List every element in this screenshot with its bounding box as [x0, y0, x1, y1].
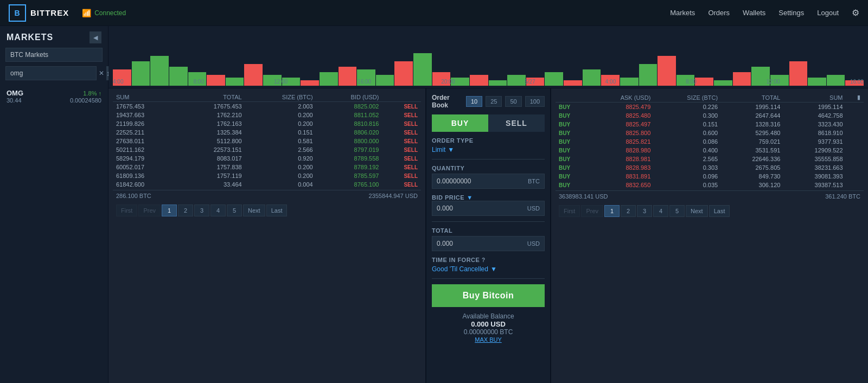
table-row[interactable]: 19437.663 1762.210 0.200 8811.052 SELL — [113, 111, 421, 119]
nav-logout[interactable]: Logout — [817, 9, 839, 17]
ask-indicator — [846, 146, 864, 155]
table-row[interactable]: 22525.211 1325.384 0.151 8806.020 SELL — [113, 128, 421, 137]
asks-page-5[interactable]: 5 — [669, 205, 685, 217]
market-select[interactable]: BTC Markets ETH Markets USDT Markets — [5, 48, 103, 62]
balance-usd: 0.000 USD — [432, 320, 545, 328]
table-row[interactable]: 17675.453 17675.453 2.003 8825.002 SELL — [113, 102, 421, 111]
asks-first-button[interactable]: First — [559, 205, 580, 217]
coin-btc-value: 0.00024580 — [70, 97, 101, 104]
buy-action[interactable]: BUY — [559, 122, 570, 127]
bid-price-input-wrap: USD — [432, 201, 545, 216]
ob-tab-10[interactable]: 10 — [466, 96, 482, 107]
chart-area: 4:00 8:00 12:00 16:00 20:00 5/27 4:00 8:… — [108, 26, 868, 88]
sell-action[interactable]: SELL — [404, 112, 418, 118]
table-row[interactable]: 21199.826 1762.163 0.200 8810.816 SELL — [113, 119, 421, 128]
bids-next-button[interactable]: Next — [243, 205, 265, 216]
ask-size: 0.035 — [654, 181, 721, 189]
ask-size: 0.300 — [654, 111, 721, 120]
connection-status: 📶 Connected — [82, 9, 126, 17]
max-buy-link[interactable]: MAX BUY — [475, 336, 502, 343]
table-row[interactable]: BUY 8828.980 0.400 3531.591 12909.522 — [556, 146, 864, 155]
search-clear-button[interactable]: ✕ — [99, 66, 104, 80]
sell-action[interactable]: SELL — [404, 130, 418, 136]
ask-total: 5295.480 — [721, 129, 783, 137]
table-row[interactable]: BUY 8825.479 0.226 1995.114 1995.114 — [556, 103, 864, 112]
buy-action[interactable]: BUY — [559, 156, 570, 162]
bid-price-input[interactable] — [432, 201, 523, 215]
bids-last-button[interactable]: Last — [266, 205, 288, 216]
search-input[interactable] — [5, 66, 97, 80]
bids-prev-button[interactable]: Prev — [138, 205, 161, 216]
bids-page-2[interactable]: 2 — [178, 205, 193, 216]
table-row[interactable]: BUY 8825.800 0.600 5295.480 8618.910 — [556, 129, 864, 137]
buy-sell-tabs: BUY SELL — [432, 114, 545, 132]
table-row[interactable]: BUY 8825.497 0.151 1328.316 3323.430 — [556, 120, 864, 129]
sell-action[interactable]: SELL — [404, 156, 418, 162]
asks-next-button[interactable]: Next — [686, 205, 708, 217]
table-row[interactable]: 58294.179 8083.017 0.920 8789.558 SELL — [113, 154, 421, 163]
table-row[interactable]: 27638.011 5112.800 0.581 8800.000 SELL — [113, 137, 421, 145]
buy-action[interactable]: BUY — [559, 174, 570, 180]
bids-first-button[interactable]: First — [116, 205, 137, 216]
bid-size: 0.200 — [245, 119, 316, 128]
buy-action[interactable]: BUY — [559, 165, 570, 171]
sell-action[interactable]: SELL — [404, 173, 418, 179]
table-row[interactable]: BUY 8831.891 0.096 849.730 39081.393 — [556, 172, 864, 181]
time-in-force-help-icon[interactable]: ? — [482, 257, 486, 263]
sidebar-item-omg[interactable]: OMG 1.8% ↑ 30.44 0.00024580 — [0, 86, 108, 107]
buy-action[interactable]: BUY — [559, 113, 570, 119]
bids-page-1[interactable]: 1 — [162, 205, 177, 216]
table-row[interactable]: 61809.136 1757.119 0.200 8785.597 SELL — [113, 171, 421, 180]
bid-price-dropdown-icon[interactable]: ▼ — [467, 194, 473, 201]
table-row[interactable]: BUY 8832.650 0.035 306.120 39387.513 — [556, 181, 864, 189]
bids-page-5[interactable]: 5 — [227, 205, 242, 216]
sell-tab[interactable]: SELL — [488, 114, 545, 132]
bids-page-4[interactable]: 4 — [210, 205, 226, 216]
asks-page-2[interactable]: 2 — [621, 205, 636, 217]
buy-action[interactable]: BUY — [559, 130, 570, 136]
bids-page-3[interactable]: 3 — [194, 205, 209, 216]
nav-markets[interactable]: Markets — [670, 9, 695, 17]
buy-tab[interactable]: BUY — [432, 114, 488, 132]
order-book-tabs: Order Book 10 25 50 100 — [432, 94, 545, 109]
sell-action[interactable]: SELL — [404, 147, 418, 153]
buy-action[interactable]: BUY — [559, 182, 570, 188]
nav-orders[interactable]: Orders — [708, 9, 730, 17]
table-row[interactable]: BUY 8828.981 2.565 22646.336 35555.858 — [556, 155, 864, 163]
nav-wallets[interactable]: Wallets — [743, 9, 765, 17]
gear-icon[interactable]: ⚙ — [852, 8, 859, 18]
sell-action[interactable]: SELL — [404, 104, 418, 110]
collapse-sidebar-button[interactable]: ◀ — [90, 31, 101, 43]
table-row[interactable]: 60052.017 1757.838 0.200 8789.192 SELL — [113, 163, 421, 171]
table-row[interactable]: 61842.600 33.464 0.004 8765.100 SELL — [113, 180, 421, 189]
buy-action[interactable]: BUY — [559, 148, 570, 154]
table-row[interactable]: BUY 8828.983 0.303 2675.805 38231.663 — [556, 163, 864, 172]
asks-page-3[interactable]: 3 — [637, 205, 652, 217]
sell-action[interactable]: SELL — [404, 138, 418, 144]
asks-page-1[interactable]: 1 — [604, 205, 620, 217]
buy-action[interactable]: BUY — [559, 139, 570, 145]
asks-last-button[interactable]: Last — [709, 205, 730, 217]
asks-panel: ASK (USD) SIZE (BTC) TOTAL SUM ▮ BUY 882… — [551, 88, 868, 383]
asks-prev-button[interactable]: Prev — [581, 205, 603, 217]
buy-bitcoin-button[interactable]: Buy Bitcoin — [432, 284, 545, 307]
table-row[interactable]: BUY 8825.480 0.300 2647.644 4642.758 — [556, 111, 864, 120]
buy-action[interactable]: BUY — [559, 104, 570, 110]
time-in-force-select[interactable]: Good 'Til Cancelled ▼ — [432, 265, 545, 273]
sell-action[interactable]: SELL — [404, 121, 418, 127]
nav-settings[interactable]: Settings — [778, 9, 804, 17]
ob-tab-50[interactable]: 50 — [505, 96, 521, 107]
logo-icon: B — [9, 4, 26, 22]
sell-action[interactable]: SELL — [404, 182, 418, 188]
total-input[interactable] — [432, 237, 523, 251]
ask-price: 8825.800 — [588, 129, 654, 137]
quantity-input[interactable] — [432, 174, 524, 188]
ob-tab-25[interactable]: 25 — [486, 96, 502, 107]
table-row[interactable]: BUY 8825.821 0.086 759.021 9377.931 — [556, 137, 864, 146]
ob-tab-100[interactable]: 100 — [525, 96, 545, 107]
table-row[interactable]: 50211.162 22573.151 2.566 8797.019 SELL — [113, 145, 421, 154]
asks-page-4[interactable]: 4 — [653, 205, 668, 217]
bid-price: 8789.192 — [316, 163, 382, 171]
sell-action[interactable]: SELL — [404, 164, 418, 170]
order-type-select[interactable]: Limit ▼ — [432, 146, 545, 154]
